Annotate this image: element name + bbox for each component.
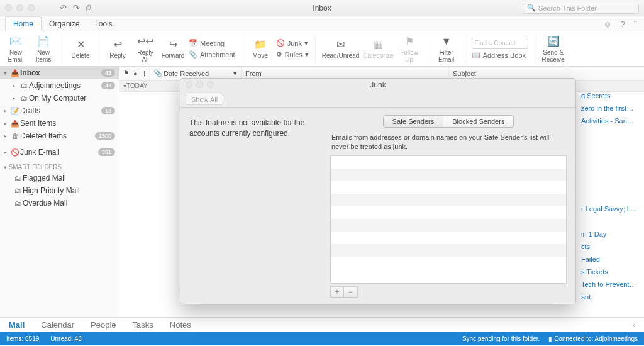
reply-icon: ↩ bbox=[110, 38, 125, 51]
message-subjects-peek: g Secrets zero in the first… Activities … bbox=[581, 92, 644, 306]
nav-tasks[interactable]: Tasks bbox=[133, 320, 153, 330]
tab-home[interactable]: Home bbox=[5, 16, 42, 31]
remove-sender-button[interactable]: − bbox=[344, 286, 358, 298]
filter-email-button[interactable]: ▼Filter Email bbox=[435, 34, 458, 64]
sidebar-item-inbox[interactable]: ▾📥Inbox43 bbox=[0, 67, 119, 79]
dialog-close-icon[interactable] bbox=[186, 81, 192, 88]
feature-unavailable-text: This feature is not available for the ac… bbox=[189, 115, 321, 298]
tab-blocked-senders[interactable]: Blocked Senders bbox=[443, 115, 514, 128]
trash-icon: 🗑 bbox=[10, 132, 20, 140]
help-icon[interactable]: ? bbox=[620, 20, 625, 29]
message-row[interactable]: in 1 Day bbox=[581, 230, 644, 243]
dialog-minimize-icon[interactable] bbox=[196, 81, 203, 88]
status-sync: Sync pending for this folder. bbox=[462, 335, 540, 342]
traffic-lights bbox=[5, 4, 35, 11]
sent-icon: 📤 bbox=[10, 120, 20, 128]
col-flag-icon[interactable]: ⚑ bbox=[119, 67, 130, 80]
send-receive-button[interactable]: 🔄Send & Receive bbox=[541, 34, 565, 64]
nav-mail[interactable]: Mail bbox=[9, 320, 25, 330]
add-sender-button[interactable]: + bbox=[330, 286, 344, 298]
emoji-icon[interactable]: ☺ bbox=[603, 20, 611, 29]
move-icon: 📁 bbox=[253, 38, 268, 51]
attachment-button[interactable]: 📎Attachment bbox=[189, 50, 235, 60]
message-row[interactable]: Tech to Prevent… bbox=[581, 281, 644, 293]
close-window-icon[interactable] bbox=[5, 4, 12, 11]
book-icon: 📖 bbox=[472, 51, 480, 59]
ribbon-tabs: Home Organize Tools ☺ ? ˆ bbox=[0, 16, 644, 31]
nav-people[interactable]: People bbox=[91, 320, 116, 330]
undo-icon[interactable]: ↶ bbox=[60, 3, 67, 13]
categorize-icon: ▦ bbox=[370, 38, 386, 51]
col-importance-icon[interactable]: ! bbox=[140, 67, 150, 80]
rules-button[interactable]: ⚙Rules▾ bbox=[276, 50, 309, 60]
dialog-title: Junk bbox=[370, 81, 386, 89]
print-icon[interactable]: ⎙ bbox=[86, 3, 91, 13]
sidebar-item-junk[interactable]: ▸🚫Junk E-mail351 bbox=[0, 146, 119, 159]
sidebar-item-overdue[interactable]: 🗂Overdue Mail bbox=[0, 197, 119, 209]
message-row[interactable]: ant. bbox=[581, 293, 644, 306]
minimize-window-icon[interactable] bbox=[16, 4, 23, 11]
meeting-button[interactable]: 📅Meeting bbox=[189, 38, 235, 48]
sidebar-item-high-priority[interactable]: 🗂High Priority Mail bbox=[0, 184, 119, 197]
chevron-down-icon: ▾ bbox=[233, 69, 237, 77]
sidebar-item-on-my-computer[interactable]: ▸🗂On My Computer bbox=[0, 92, 119, 104]
sidebar-item-sent[interactable]: ▸📤Sent Items bbox=[0, 117, 119, 130]
new-items-button[interactable]: 📄New Items bbox=[31, 34, 55, 64]
reply-button[interactable]: ↩Reply bbox=[106, 34, 130, 64]
message-row[interactable]: zero in the first… bbox=[581, 104, 644, 117]
sidebar-smart-folders-header: ▾ SMART FOLDERS bbox=[0, 159, 119, 172]
delete-button[interactable]: ✕Delete bbox=[69, 34, 92, 64]
folder-icon: 🗂 bbox=[13, 199, 23, 207]
sidebar-item-deleted[interactable]: ▸🗑Deleted Items1500 bbox=[0, 130, 119, 142]
zoom-window-icon[interactable] bbox=[28, 4, 35, 11]
safe-senders-description: Emails from addresses or domain names on… bbox=[331, 133, 565, 152]
sidebar-item-drafts[interactable]: ▸📝Drafts18 bbox=[0, 104, 119, 117]
col-attachment-icon[interactable]: 📎 bbox=[150, 67, 160, 80]
chevron-left-icon[interactable]: ‹ bbox=[633, 320, 635, 330]
delete-icon: ✕ bbox=[73, 38, 88, 51]
nav-notes[interactable]: Notes bbox=[170, 320, 191, 330]
folder-icon: 🗂 bbox=[19, 82, 29, 89]
search-placeholder: Search This Folder bbox=[538, 4, 597, 12]
forward-button[interactable]: ↪Forward bbox=[161, 34, 185, 64]
message-row[interactable]: Failed bbox=[581, 255, 644, 268]
read-unread-button[interactable]: ✉Read/Unread bbox=[322, 34, 359, 64]
sender-tabs: Safe Senders Blocked Senders bbox=[330, 115, 567, 128]
folder-icon: 🗂 bbox=[19, 94, 29, 102]
sidebar-item-flagged[interactable]: 🗂Flagged Mail bbox=[0, 172, 119, 184]
flag-icon: ⚑ bbox=[402, 35, 417, 48]
tab-organize[interactable]: Organize bbox=[42, 17, 87, 31]
message-row[interactable]: cts bbox=[581, 243, 644, 255]
new-items-icon: 📄 bbox=[36, 35, 51, 48]
junk-button[interactable]: 🚫Junk▾ bbox=[276, 38, 309, 48]
junk-icon: 🚫 bbox=[276, 39, 285, 47]
show-all-button[interactable]: Show All bbox=[186, 94, 223, 105]
message-row[interactable]: Activities - San… bbox=[581, 117, 644, 130]
message-row[interactable]: g Secrets bbox=[581, 92, 644, 104]
message-row[interactable]: s Tickets bbox=[581, 268, 644, 281]
move-button[interactable]: 📁Move bbox=[248, 34, 272, 64]
nav-calendar[interactable]: Calendar bbox=[41, 320, 74, 330]
search-input[interactable]: 🔍 Search This Folder bbox=[523, 3, 639, 14]
window-titlebar: ↶ ↷ ⎙ Inbox 🔍 Search This Folder bbox=[0, 0, 644, 16]
tab-safe-senders[interactable]: Safe Senders bbox=[383, 115, 444, 128]
status-connection: ▮ Connected to: Adjoinmeetings bbox=[548, 335, 638, 342]
new-email-button[interactable]: ✉️New Email bbox=[4, 34, 28, 64]
safe-senders-list[interactable] bbox=[330, 155, 567, 284]
message-row[interactable]: r Legal Savvy; L… bbox=[581, 205, 644, 218]
sidebar-item-adjoinmeetings[interactable]: ▸🗂Adjoinmeetings43 bbox=[0, 79, 119, 92]
tab-tools[interactable]: Tools bbox=[87, 17, 120, 31]
find-contact-input[interactable]: Find a Contact bbox=[472, 38, 528, 49]
follow-up-button[interactable]: ⚑Follow Up bbox=[397, 34, 421, 64]
chevron-down-icon: ▾ bbox=[305, 50, 309, 59]
redo-icon[interactable]: ↷ bbox=[73, 3, 80, 13]
drafts-icon: 📝 bbox=[10, 107, 20, 115]
status-items: Items: 6519 bbox=[6, 335, 39, 342]
collapse-ribbon-icon[interactable]: ˆ bbox=[634, 20, 636, 29]
address-book-button[interactable]: 📖Address Book bbox=[472, 50, 528, 60]
col-status-icon[interactable]: ● bbox=[130, 67, 140, 80]
dialog-zoom-icon[interactable] bbox=[207, 81, 214, 88]
reply-all-button[interactable]: ↩↩Reply All bbox=[133, 34, 157, 64]
categorize-button[interactable]: ▦Categorize bbox=[363, 34, 393, 64]
module-switcher: Mail Calendar People Tasks Notes ‹ bbox=[0, 317, 644, 332]
